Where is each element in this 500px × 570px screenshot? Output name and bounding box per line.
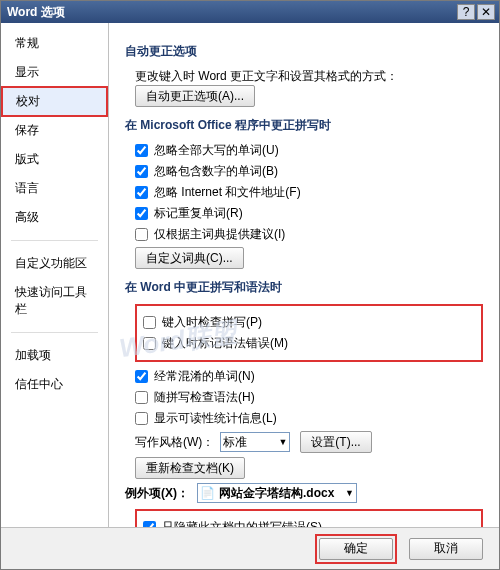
checkbox-label: 忽略 Internet 和文件地址(F) [154, 184, 301, 201]
checkbox-label: 标记重复单词(R) [154, 205, 243, 222]
checkbox[interactable] [135, 228, 148, 241]
sidebar-label: 自定义功能区 [15, 256, 87, 270]
office-group: 忽略全部大写的单词(U) 忽略包含数字的单词(B) 忽略 Internet 和文… [135, 142, 483, 269]
sidebar: 常规 显示 校对 保存 版式 语言 高级 自定义功能区 快速访问工具栏 加载项 … [1, 23, 109, 527]
cb-readability-stats[interactable]: 显示可读性统计信息(L) [135, 410, 277, 427]
cb-ignore-uppercase[interactable]: 忽略全部大写的单词(U) [135, 142, 279, 159]
select-value: 网站金字塔结构.docx [219, 485, 339, 502]
autocorrect-row: 更改键入时 Word 更正文字和设置其格式的方式： 自动更正选项(A)... [135, 68, 483, 107]
cb-ignore-internet[interactable]: 忽略 Internet 和文件地址(F) [135, 184, 301, 201]
button-label: 重新检查文档(K) [146, 460, 234, 477]
sidebar-item-qat[interactable]: 快速访问工具栏 [1, 278, 108, 324]
checkbox[interactable] [135, 186, 148, 199]
exceptions-group: 只隐藏此文档中的拼写错误(S) 只隐藏此文档中的语法错误(D) [135, 509, 483, 527]
ok-button[interactable]: 确定 [319, 538, 393, 560]
titlebar: Word 选项 ? ✕ [1, 1, 499, 23]
section-autocorrect-title: 自动更正选项 [125, 43, 483, 60]
cb-grammar-with-spelling[interactable]: 随拼写检查语法(H) [135, 389, 255, 406]
sidebar-item-display[interactable]: 显示 [1, 58, 108, 87]
checkbox-label: 仅根据主词典提供建议(I) [154, 226, 285, 243]
writing-style-label: 写作风格(W)： [135, 434, 214, 451]
sidebar-label: 加载项 [15, 348, 51, 362]
checkbox-label: 显示可读性统计信息(L) [154, 410, 277, 427]
checkbox-label: 只隐藏此文档中的拼写错误(S) [162, 519, 322, 527]
exceptions-doc-select[interactable]: 📄 网站金字塔结构.docx ▼ [197, 483, 357, 503]
close-icon: ✕ [481, 5, 491, 19]
sidebar-label: 高级 [15, 210, 39, 224]
checkbox-label: 键入时检查拼写(P) [162, 314, 262, 331]
highlight-box-typing: 键入时检查拼写(P) 键入时标记语法错误(M) [135, 304, 483, 362]
sidebar-divider [11, 332, 98, 333]
sidebar-label: 校对 [16, 94, 40, 108]
dialog-title: Word 选项 [5, 4, 455, 21]
section-office-title: 在 Microsoft Office 程序中更正拼写时 [125, 117, 483, 134]
checkbox[interactable] [135, 391, 148, 404]
writing-style-select[interactable]: 标准 ▼ [220, 432, 290, 452]
section-exceptions-title: 例外项(X)： 📄 网站金字塔结构.docx ▼ [125, 483, 483, 503]
word-group: 键入时检查拼写(P) 键入时标记语法错误(M) 经常混淆的单词(N) 随拼写检查… [135, 304, 483, 479]
checkbox-label: 经常混淆的单词(N) [154, 368, 255, 385]
button-label: 自动更正选项(A)... [146, 88, 244, 105]
checkbox[interactable] [143, 316, 156, 329]
sidebar-item-addins[interactable]: 加载项 [1, 341, 108, 370]
sidebar-item-trust-center[interactable]: 信任中心 [1, 370, 108, 399]
button-label: 确定 [344, 540, 368, 557]
chevron-down-icon: ▼ [278, 437, 287, 447]
ok-highlight: 确定 [315, 534, 397, 564]
dialog-body: 常规 显示 校对 保存 版式 语言 高级 自定义功能区 快速访问工具栏 加载项 … [1, 23, 499, 527]
section-word-title: 在 Word 中更正拼写和语法时 [125, 279, 483, 296]
checkbox[interactable] [135, 370, 148, 383]
checkbox-label: 忽略包含数字的单词(B) [154, 163, 278, 180]
checkbox[interactable] [143, 337, 156, 350]
cb-flag-repeated[interactable]: 标记重复单词(R) [135, 205, 243, 222]
sidebar-divider [11, 240, 98, 241]
cb-confused-words[interactable]: 经常混淆的单词(N) [135, 368, 255, 385]
button-label: 自定义词典(C)... [146, 250, 233, 267]
chevron-down-icon: ▼ [345, 488, 354, 498]
cancel-button[interactable]: 取消 [409, 538, 483, 560]
select-value: 标准 [223, 434, 247, 451]
help-button[interactable]: ? [457, 4, 475, 20]
cb-check-spelling-typing[interactable]: 键入时检查拼写(P) [143, 314, 262, 331]
checkbox-label: 随拼写检查语法(H) [154, 389, 255, 406]
settings-button[interactable]: 设置(T)... [300, 431, 371, 453]
sidebar-item-save[interactable]: 保存 [1, 116, 108, 145]
checkbox[interactable] [135, 165, 148, 178]
button-label: 取消 [434, 540, 458, 557]
checkbox[interactable] [135, 144, 148, 157]
sidebar-item-proofing[interactable]: 校对 [1, 86, 108, 117]
document-icon: 📄 [200, 486, 215, 500]
cb-hide-spelling-errors[interactable]: 只隐藏此文档中的拼写错误(S) [143, 519, 322, 527]
dialog-footer: 确定 取消 [1, 527, 499, 569]
button-label: 设置(T)... [311, 434, 360, 451]
cb-mark-grammar-typing[interactable]: 键入时标记语法错误(M) [143, 335, 288, 352]
custom-dictionaries-button[interactable]: 自定义词典(C)... [135, 247, 244, 269]
checkbox[interactable] [135, 207, 148, 220]
sidebar-item-general[interactable]: 常规 [1, 29, 108, 58]
sidebar-item-language[interactable]: 语言 [1, 174, 108, 203]
sidebar-item-layout[interactable]: 版式 [1, 145, 108, 174]
close-button[interactable]: ✕ [477, 4, 495, 20]
section-label: 例外项(X)： [125, 485, 189, 502]
autocorrect-options-button[interactable]: 自动更正选项(A)... [135, 85, 255, 107]
help-icon: ? [463, 5, 470, 19]
highlight-box-exceptions: 只隐藏此文档中的拼写错误(S) 只隐藏此文档中的语法错误(D) [135, 509, 483, 527]
cb-ignore-numbers[interactable]: 忽略包含数字的单词(B) [135, 163, 278, 180]
word-options-dialog: Word 选项 ? ✕ 常规 显示 校对 保存 版式 语言 高级 自定义功能区 … [0, 0, 500, 570]
content-panel: Word联盟 自动更正选项 更改键入时 Word 更正文字和设置其格式的方式： … [109, 23, 499, 527]
sidebar-label: 快速访问工具栏 [15, 285, 87, 316]
sidebar-label: 语言 [15, 181, 39, 195]
autocorrect-desc: 更改键入时 Word 更正文字和设置其格式的方式： [135, 68, 398, 85]
checkbox-label: 忽略全部大写的单词(U) [154, 142, 279, 159]
sidebar-label: 显示 [15, 65, 39, 79]
sidebar-item-advanced[interactable]: 高级 [1, 203, 108, 232]
recheck-document-button[interactable]: 重新检查文档(K) [135, 457, 245, 479]
checkbox[interactable] [143, 521, 156, 527]
sidebar-label: 常规 [15, 36, 39, 50]
cb-main-dict-only[interactable]: 仅根据主词典提供建议(I) [135, 226, 285, 243]
checkbox-label: 键入时标记语法错误(M) [162, 335, 288, 352]
sidebar-label: 保存 [15, 123, 39, 137]
sidebar-item-customize-ribbon[interactable]: 自定义功能区 [1, 249, 108, 278]
sidebar-label: 版式 [15, 152, 39, 166]
checkbox[interactable] [135, 412, 148, 425]
